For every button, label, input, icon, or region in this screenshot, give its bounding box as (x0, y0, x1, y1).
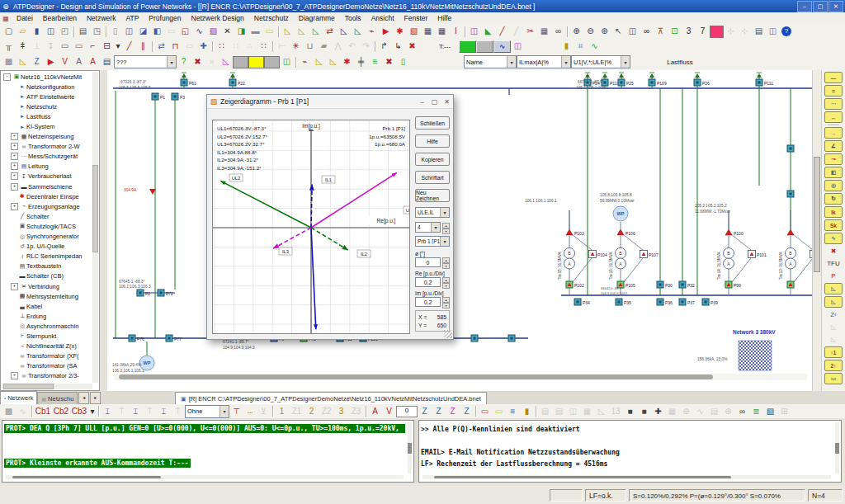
pages-icon[interactable]: ◫ (625, 26, 640, 38)
menu-item-netzwerk[interactable]: Netzwerk (82, 14, 120, 22)
line-dots-icon[interactable]: ⋯ (824, 98, 843, 110)
tree-item-netzschutz[interactable]: ▸Netzschutz (2, 101, 92, 111)
tree-item-atp-einstellwerte[interactable]: ▸ATP Einstellwerte (2, 92, 92, 101)
triangle-gray-icon[interactable]: ◺ (594, 405, 608, 417)
cb-caret-icon[interactable]: ▾ (88, 405, 97, 417)
up2-icon[interactable]: 2↑ (824, 360, 843, 371)
plot-yellow-icon[interactable]: ◺ (16, 55, 30, 69)
dialog-maximize-button[interactable]: ▢ (428, 98, 441, 106)
list-gray2-icon[interactable]: ▤ (552, 405, 566, 417)
network-node-p100[interactable]: P100 (725, 229, 744, 236)
combine-icon[interactable]: ✳ (289, 40, 303, 53)
phasor-count-combo[interactable]: 4▾ (415, 222, 441, 233)
step-gray2-icon[interactable]: ◺ (825, 334, 842, 345)
print-preview-icon[interactable]: ◳ (90, 26, 104, 38)
mirror-icon[interactable]: ⋀ (331, 40, 345, 53)
message-console[interactable]: >> Alle P(Q)-Kennlinien sind deaktiviert… (418, 420, 842, 483)
zoom-in-icon[interactable]: ⊕ (569, 26, 583, 38)
network-node[interactable] (787, 229, 794, 235)
element-tree[interactable]: -▣Netz16_110kVNetzMit▸Netzkonfiguration▸… (2, 72, 92, 383)
note-red-icon[interactable]: ▭ (478, 405, 492, 417)
swatch-yellow[interactable] (248, 56, 264, 68)
plot-p-icon[interactable]: ◺ (824, 283, 843, 294)
dropdown-caret-icon[interactable]: ▾ (114, 40, 122, 53)
arrow-right-icon[interactable]: → (824, 127, 843, 139)
tree-item-textbaustein[interactable]: ▤Textbaustein (2, 261, 92, 271)
im-div-spinner[interactable]: ▴▾ (442, 297, 450, 307)
plot-window-icon[interactable]: ▧ (206, 26, 220, 38)
display-name-combo[interactable]: Name▾ (464, 55, 517, 68)
rows-icon[interactable]: ≡ (368, 55, 382, 69)
dialog-resize-grip[interactable] (444, 330, 452, 338)
no-entry-icon[interactable]: ✖ (825, 246, 842, 257)
zoom-gray-icon[interactable]: ⊕ (679, 405, 693, 417)
a-doc-icon[interactable]: A (72, 55, 86, 69)
network-node-p36[interactable]: P36 (657, 299, 673, 305)
select-arrow-icon[interactable]: ↖ (611, 26, 625, 38)
target-gray-icon[interactable]: ⊕ (721, 405, 735, 417)
network-node[interactable] (787, 281, 794, 288)
monitor-icon[interactable]: ▭ (164, 26, 178, 38)
parallel-lines-icon[interactable]: ∥ (136, 40, 150, 53)
state-gray-button[interactable] (476, 40, 493, 53)
up1-icon[interactable]: ↑1 (824, 346, 843, 358)
network-node-p22[interactable]: P22 (229, 79, 245, 86)
tree-item-nichtlinearit-t-z-x[interactable]: ⌁Nichtlinearität Z(x) (2, 341, 92, 351)
fault-t-icon[interactable]: ⊤ (229, 405, 243, 417)
grid-2p-icon[interactable]: Z‹ (825, 309, 842, 320)
voltage-no-icon[interactable]: V (58, 55, 72, 69)
network-node-p72[interactable]: P72 (158, 290, 173, 296)
tree-item-erdung[interactable]: ⊥Erdung (2, 311, 92, 321)
network-node-p37[interactable]: P37 (679, 299, 695, 305)
canvas-vertical-scrollbar[interactable] (812, 70, 821, 391)
current-display-combo[interactable]: ILmax|A|%▾ (517, 55, 571, 68)
report-icon[interactable]: ≡ (506, 405, 520, 417)
list-gray-icon[interactable]: ▤ (538, 405, 552, 417)
breaker-icon[interactable]: ▭ (58, 40, 72, 53)
network-node-p104[interactable]: P104 (589, 251, 607, 258)
zone1-icon[interactable]: 1 (275, 405, 289, 417)
network-node-p111[interactable]: P111 (756, 79, 773, 86)
power-p-icon[interactable]: P (825, 271, 842, 281)
network-node-p109[interactable]: P109 (649, 79, 667, 86)
tools-icon[interactable]: ✕ (220, 26, 234, 38)
network-node-p106[interactable]: P106 (617, 229, 635, 236)
hourglass-icon[interactable]: ⊻ (257, 405, 271, 417)
coil-icon[interactable]: ǂ (16, 40, 30, 53)
glasses-icon[interactable]: ∞ (551, 26, 565, 38)
schriftart-button[interactable]: Schriftart (415, 171, 450, 184)
curve-window-icon[interactable]: ∿ (192, 26, 206, 38)
z-1234-icon[interactable]: Z (460, 405, 474, 417)
open-folder-icon[interactable]: ▱ (16, 26, 30, 38)
tree-item-1p-u-i-quelle[interactable]: ↺1p. U/I-Quelle (2, 242, 92, 252)
tree-item-leitung[interactable]: +▤Leitung (2, 162, 92, 172)
delete-icon[interactable]: ✖ (405, 40, 419, 53)
count7-icon[interactable]: 7 (696, 26, 710, 38)
glasses2-icon[interactable]: ∞ (735, 405, 749, 417)
voltage-display-combo[interactable]: U1|V,*;ULE|%▾ (571, 55, 630, 68)
menu-item-pr-fungen[interactable]: Prüfungen (144, 14, 186, 22)
tree-item-transformator-sa[interactable]: ∞Transformator (SA (2, 361, 92, 371)
console-left-hscrollbar[interactable] (6, 475, 404, 479)
abort-icon[interactable]: ✖ (191, 55, 205, 69)
zone3-icon[interactable]: 3 (334, 405, 348, 417)
curve-icon[interactable]: ∿ (824, 233, 843, 244)
grid-icon[interactable]: ▦ (537, 26, 551, 38)
plot-axes-icon[interactable]: ◺ (337, 26, 351, 38)
skip-icon[interactable]: » (205, 55, 219, 69)
network-node-p25[interactable]: P25 (618, 79, 634, 86)
tree-item-sammelschiene[interactable]: +▬Sammelschiene (2, 181, 92, 191)
plus-icon[interactable]: ✚ (651, 405, 665, 417)
network-node[interactable] (787, 145, 794, 152)
one-three-icon[interactable]: 13 (608, 405, 623, 417)
tree-horizontal-scrollbar[interactable] (2, 384, 92, 389)
document-tab[interactable]: ▣ [R] ENCR C:\ATPDesigner\00_7_ATPDesign… (175, 392, 487, 405)
pattern-icon[interactable]: ▩ (2, 405, 16, 417)
save-as-icon[interactable]: ◰ (58, 26, 72, 38)
table-icon[interactable]: ▦ (421, 26, 435, 38)
tree-item-netzkonfiguration[interactable]: ▸Netzkonfiguration (2, 82, 92, 92)
phasor-mode-combo[interactable]: ULE,IL▾ (415, 207, 450, 218)
menu-item-fenster[interactable]: Fenster (399, 14, 433, 22)
zf2-icon[interactable]: Z2 (319, 405, 334, 417)
flag-icon[interactable]: ▶ (379, 26, 393, 38)
